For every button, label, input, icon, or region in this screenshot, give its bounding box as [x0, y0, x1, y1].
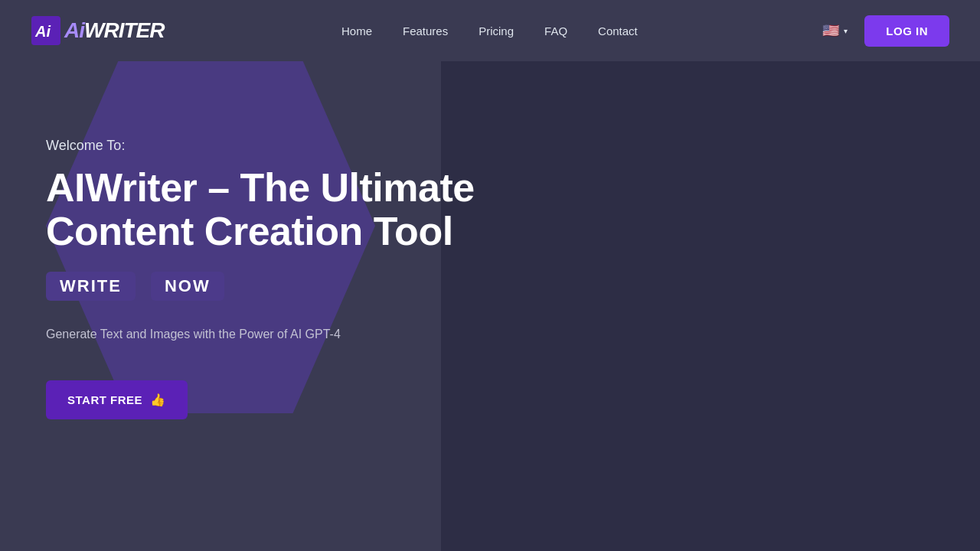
nav-link-contact[interactable]: Contact — [586, 18, 650, 44]
nav-links: Home Features Pricing FAQ Contact — [329, 18, 650, 44]
logo-icon: Ai — [31, 15, 61, 46]
start-free-button[interactable]: START FREE 👍 — [46, 380, 188, 419]
chevron-down-icon: ▾ — [844, 27, 848, 35]
nav-link-pricing[interactable]: Pricing — [466, 18, 526, 44]
login-button[interactable]: LOG IN — [864, 15, 949, 47]
nav-link-features[interactable]: Features — [390, 18, 460, 44]
language-selector[interactable]: 🇺🇸 ▾ — [815, 18, 855, 44]
flag-icon: 🇺🇸 — [822, 22, 839, 39]
hero-section: Welcome To: AIWriter – The Ultimate Cont… — [0, 61, 980, 551]
navbar: Ai AiWRITER Home Features Pricing FAQ Co… — [0, 0, 980, 61]
nav-link-faq[interactable]: FAQ — [532, 18, 580, 44]
hero-content: Welcome To: AIWriter – The Ultimate Cont… — [46, 107, 475, 419]
hero-title: AIWriter – The Ultimate Content Creation… — [46, 166, 475, 253]
svg-text:Ai: Ai — [34, 23, 51, 40]
nav-link-home[interactable]: Home — [329, 18, 384, 44]
logo-text: AiWRITER — [64, 18, 164, 43]
start-free-label: START FREE — [67, 393, 142, 406]
nav-right: 🇺🇸 ▾ LOG IN — [815, 15, 949, 47]
write-badge: WRITE — [46, 272, 136, 301]
now-badge: NOW — [151, 272, 224, 301]
welcome-label: Welcome To: — [46, 138, 475, 154]
write-now-badges: WRITE NOW — [46, 272, 475, 301]
logo[interactable]: Ai AiWRITER — [31, 15, 164, 46]
hero-subtitle: Generate Text and Images with the Power … — [46, 325, 475, 344]
hero-right-bg — [441, 61, 980, 551]
thumbs-up-icon: 👍 — [150, 393, 166, 407]
